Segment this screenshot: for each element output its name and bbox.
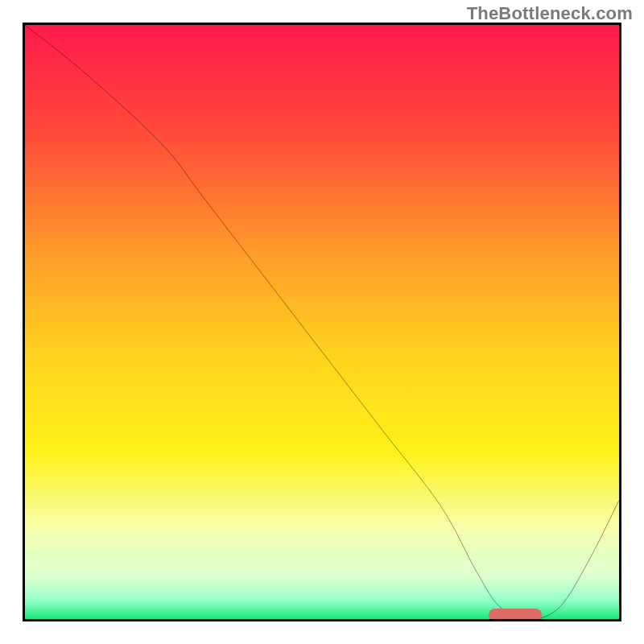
optimal-range-marker <box>489 609 542 621</box>
watermark-text: TheBottleneck.com <box>467 3 633 24</box>
curve-path <box>25 25 619 619</box>
chart-frame <box>23 23 621 621</box>
bottleneck-curve <box>25 25 619 619</box>
